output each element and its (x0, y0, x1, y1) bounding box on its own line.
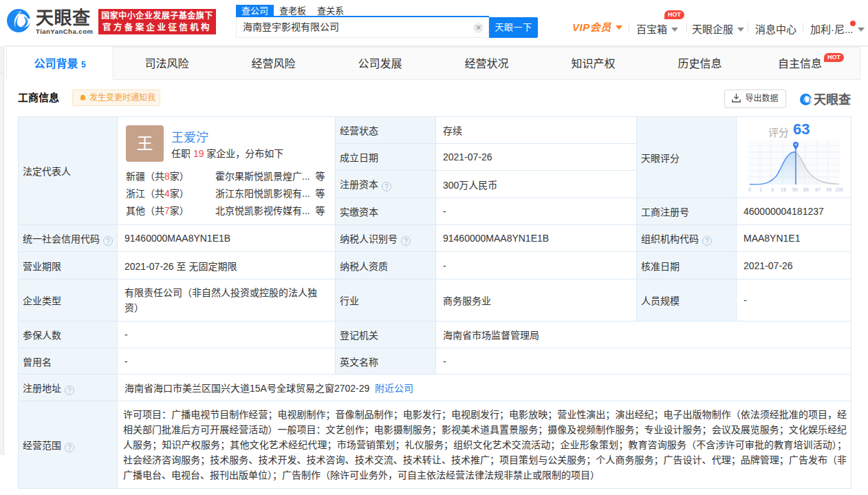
svg-text:3: 3 (771, 187, 774, 192)
svg-text:99: 99 (826, 187, 832, 192)
svg-text:0: 0 (748, 187, 751, 192)
svg-text:天眼查: 天眼查 (814, 92, 851, 106)
svg-text:100: 100 (835, 187, 843, 192)
svg-text:50: 50 (792, 187, 798, 192)
svg-text:15: 15 (781, 187, 786, 192)
svg-text:97: 97 (815, 187, 821, 192)
svg-text:85: 85 (803, 187, 809, 192)
svg-text:1: 1 (759, 187, 762, 192)
